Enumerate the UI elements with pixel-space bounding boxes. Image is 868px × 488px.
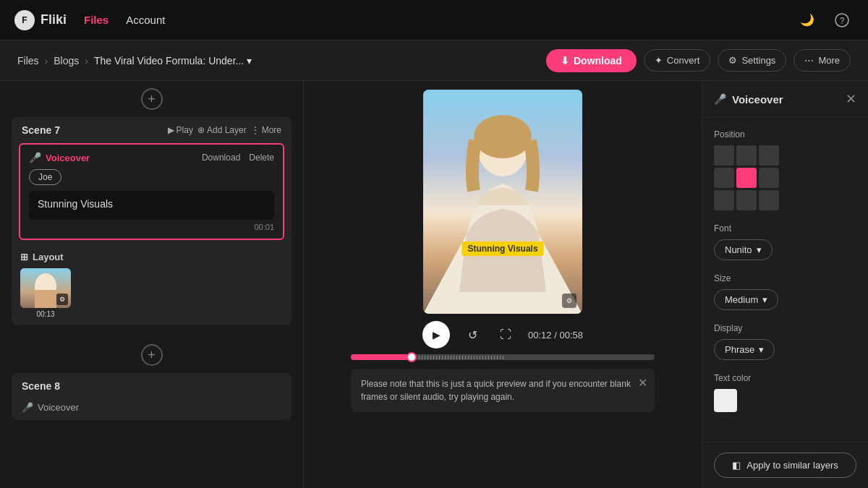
settings-label: Settings — [741, 55, 775, 66]
notice-text: Please note that this is just a quick pr… — [361, 379, 631, 402]
breadcrumb-actions: ⬇ Download ✦ Convert ⚙ Settings ⋯ More — [546, 49, 851, 72]
video-controls: ▶ ↺ ⛶ 00:12 / 00:58 — [351, 321, 655, 360]
breadcrumb-sep2: › — [85, 55, 88, 67]
font-label: Font — [714, 223, 856, 234]
voiceover-section: 🎤 Voiceover Download Delete Joe Stunning… — [19, 143, 284, 240]
topbar: F Fliki Files Account 🌙 ? — [0, 0, 868, 40]
font-section: Font Nunito ▾ — [714, 223, 856, 260]
pos-cell-bl[interactable] — [714, 190, 734, 210]
fullscreen-button[interactable]: ⛶ — [495, 324, 516, 346]
breadcrumb-blogs[interactable]: Blogs — [54, 55, 79, 67]
scene-7-play-button[interactable]: ▶ Play — [168, 125, 193, 135]
pos-cell-tc[interactable] — [736, 145, 757, 166]
download-button[interactable]: ⬇ Download — [546, 49, 637, 72]
breadcrumb-current: The Viral Video Formula: Under... ▾ — [94, 55, 252, 67]
nav-account[interactable]: Account — [126, 14, 165, 26]
scene-7-actions: ▶ Play ⊕ Add Layer ⋮ More — [168, 125, 281, 135]
layout-grid-icon: ⊞ — [20, 252, 28, 262]
help-icon[interactable]: ? — [830, 9, 854, 32]
convert-button[interactable]: ✦ Convert — [644, 49, 711, 72]
play-icon: ▶ — [433, 329, 441, 341]
breadcrumb-bar: Files › Blogs › The Viral Video Formula:… — [0, 40, 868, 81]
add-scene-middle-button[interactable]: + — [141, 344, 163, 366]
voiceover-text[interactable]: Stunning Visuals — [29, 191, 274, 220]
convert-icon: ✦ — [655, 55, 663, 66]
display-chevron: ▾ — [759, 344, 764, 355]
font-dropdown[interactable]: Nunito ▾ — [714, 239, 773, 260]
voice-tag[interactable]: Joe — [29, 169, 61, 185]
font-chevron: ▾ — [757, 244, 762, 255]
app-name: Fliki — [41, 12, 67, 27]
voiceover-delete[interactable]: Delete — [249, 153, 274, 163]
breadcrumb-filename: The Viral Video Formula: Under... — [94, 55, 244, 67]
more-button[interactable]: ⋯ More — [793, 49, 851, 72]
add-scene-top-button[interactable]: + — [141, 88, 163, 110]
voiceover-title: Voiceover — [46, 153, 90, 163]
video-corner-icon: ⚙ — [562, 294, 576, 308]
play-label: Play — [176, 125, 193, 135]
position-section: Position — [714, 129, 856, 210]
pos-cell-bc[interactable] — [736, 190, 757, 210]
voiceover-mic-icon: 🎤 — [29, 152, 41, 163]
text-color-swatch[interactable] — [714, 389, 737, 412]
video-subtitle: Stunning Visuals — [461, 241, 543, 256]
fliki-logo-icon: F — [14, 10, 35, 30]
layout-section: ⊞ Layout — [12, 247, 292, 325]
replay-icon: ↺ — [468, 328, 477, 342]
scene-8-voiceover-row: 🎤 Voiceover — [12, 399, 292, 420]
text-color-section: Text color — [714, 373, 856, 412]
pos-cell-br[interactable] — [759, 190, 779, 210]
display-label: Display — [714, 323, 856, 333]
settings-button[interactable]: ⚙ Settings — [718, 49, 786, 72]
play-button[interactable]: ▶ — [422, 321, 450, 348]
pos-cell-mc[interactable] — [736, 168, 757, 188]
progress-bar[interactable] — [351, 354, 655, 360]
voiceover-header-actions: Download Delete — [202, 153, 274, 163]
font-value: Nunito — [725, 244, 752, 255]
notice-close-button[interactable]: ✕ — [638, 374, 647, 392]
right-panel-close-button[interactable]: ✕ — [846, 91, 856, 107]
play-icon: ▶ — [168, 125, 174, 135]
display-dropdown[interactable]: Phrase ▾ — [714, 339, 775, 360]
breadcrumb-files[interactable]: Files — [17, 55, 39, 67]
time-total: 00:58 — [559, 330, 583, 341]
apply-to-similar-button[interactable]: ◧ Apply to similar layers — [714, 453, 856, 478]
scene-8-title: Scene 8 — [22, 380, 60, 392]
topbar-right: 🌙 ? — [796, 9, 854, 32]
svg-rect-4 — [35, 290, 56, 308]
breadcrumb-sep1: › — [45, 55, 48, 67]
video-container: Stunning Visuals ⚙ — [423, 90, 582, 314]
breadcrumb-chevron[interactable]: ▾ — [247, 55, 252, 67]
scene-7-add-layer-button[interactable]: ⊕ Add Layer — [197, 125, 247, 135]
right-panel: 🎤 Voiceover ✕ Position — [702, 81, 868, 488]
main-area: + Scene 7 ▶ Play ⊕ Add Layer ⋮ Mo — [0, 81, 868, 488]
pos-cell-tl[interactable] — [714, 145, 734, 166]
right-panel-body: Position Font Nunito ▾ — [702, 118, 868, 442]
thumb-settings-icon: ⚙ — [56, 294, 68, 305]
dark-mode-icon[interactable]: 🌙 — [796, 9, 819, 32]
voiceover-header: 🎤 Voiceover Download Delete — [29, 152, 274, 163]
add-scene-top: + — [12, 81, 292, 117]
layout-thumbnail[interactable]: ⚙ — [20, 268, 71, 308]
right-panel-title: Voiceover — [732, 93, 783, 106]
right-panel-footer: ◧ Apply to similar layers — [702, 442, 868, 488]
voiceover-download[interactable]: Download — [202, 153, 240, 163]
pos-cell-tr[interactable] — [759, 145, 779, 166]
voiceover-time: 00:01 — [29, 223, 274, 231]
size-label: Size — [714, 273, 856, 283]
scene-7-header: Scene 7 ▶ Play ⊕ Add Layer ⋮ More — [12, 117, 292, 143]
notice-bar: Please note that this is just a quick pr… — [351, 369, 655, 412]
size-dropdown[interactable]: Medium ▾ — [714, 289, 778, 310]
pos-cell-mr[interactable] — [759, 168, 779, 188]
scene-7-title: Scene 7 — [22, 124, 60, 136]
logo-area: F Fliki — [14, 10, 67, 30]
replay-button[interactable]: ↺ — [461, 324, 483, 346]
nav-files[interactable]: Files — [84, 14, 109, 26]
svg-text:?: ? — [840, 16, 845, 26]
tick-marks — [412, 354, 655, 360]
pos-cell-ml[interactable] — [714, 168, 734, 188]
scene8-mic-icon: 🎤 — [22, 402, 33, 413]
scene-7-more-button[interactable]: ⋮ More — [251, 125, 281, 135]
right-panel-header: 🎤 Voiceover ✕ — [702, 81, 868, 118]
center-panel: Stunning Visuals ⚙ ▶ ↺ ⛶ 00:12 / 00:5 — [304, 81, 702, 488]
